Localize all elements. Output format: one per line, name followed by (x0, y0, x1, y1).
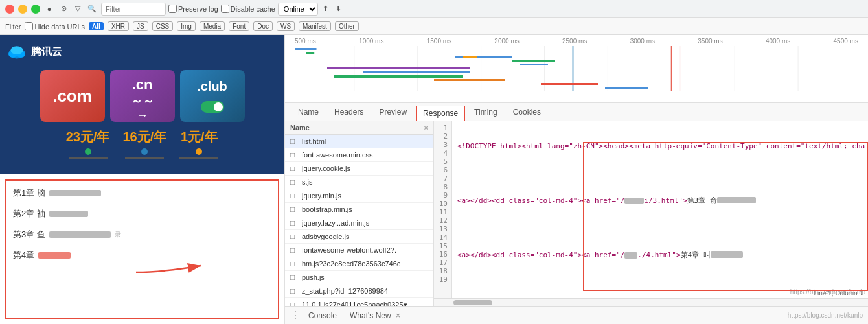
file-icon-z-stat: □ (290, 286, 299, 295)
font-tag[interactable]: Font (229, 21, 249, 31)
svg-rect-26 (434, 79, 505, 81)
price-line-club (179, 157, 218, 159)
file-item-s-js[interactable]: □ s.js (285, 176, 433, 189)
tab-headers[interactable]: Headers (328, 105, 370, 121)
tab-timing[interactable]: Timing (468, 105, 504, 121)
tick-1500: 1500 ms (427, 38, 451, 45)
code-line-4 (457, 222, 863, 233)
css-tag[interactable]: CSS (152, 21, 174, 31)
scroll-thumb[interactable] (453, 300, 492, 305)
circle-icon[interactable]: ● (44, 4, 54, 14)
ws-tag[interactable]: WS (277, 21, 295, 31)
maximize-button[interactable] (31, 5, 40, 14)
download-icon[interactable]: ⬇ (334, 4, 344, 14)
code-line-6 (457, 277, 863, 287)
upload-icon[interactable]: ⬆ (321, 4, 331, 14)
search-icon[interactable]: 🔍 (87, 4, 97, 14)
file-item-z-stat[interactable]: □ z_stat.php?id=1276089984 (285, 284, 433, 298)
all-tag[interactable]: All (89, 22, 104, 30)
disable-cache-label[interactable]: Disable cache (221, 5, 275, 13)
file-name-jquery-min: jquery.min.js (302, 192, 428, 200)
domain-card-com[interactable]: .com (40, 70, 105, 122)
filter-icon[interactable]: ▽ (73, 4, 83, 14)
minimize-button[interactable] (18, 5, 27, 14)
tab-preview[interactable]: Preview (372, 105, 413, 121)
chapter-title-3: 第3章 鱼 录 (13, 229, 271, 240)
price-club: 1元/年 (179, 128, 218, 159)
file-item-hm-js[interactable]: □ hm.js?3c2e8ecd78e3563c746c (285, 257, 433, 271)
resize-icon[interactable]: ⋮ (290, 309, 301, 321)
file-item-font-awesome[interactable]: □ font-awesome.min.css (285, 148, 433, 162)
line-numbers: 1 2 3 4 5 6 7 8 9 10 11 12 13 14 (434, 121, 452, 306)
tab-name[interactable]: Name (291, 105, 325, 121)
file-name-fontawesome-woff: fontawesome-webfont.woff2?. (302, 246, 428, 254)
file-item-push-js[interactable]: □ push.js (285, 271, 433, 284)
file-item-list-html[interactable]: □ list.html (285, 135, 433, 148)
file-item-adsbygoogle[interactable]: □ adsbygoogle.js (285, 230, 433, 244)
file-name-bootstrap: bootstrap.min.js (302, 205, 428, 213)
price-line-com (69, 157, 108, 159)
right-panel: 500 ms 1000 ms 1500 ms 2000 ms 2500 ms 3… (285, 35, 868, 324)
file-item-jquery-min[interactable]: □ jquery.min.js (285, 189, 433, 203)
file-name-11-js: 11.0.1.js?7e4011ce5baacb0325▾ (302, 301, 428, 307)
svg-rect-18 (512, 60, 555, 62)
media-tag[interactable]: Media (200, 21, 225, 31)
xhr-tag[interactable]: XHR (108, 21, 129, 31)
tab-response[interactable]: Response (416, 106, 465, 121)
domain-toggle[interactable] (201, 101, 224, 113)
filter-input[interactable] (101, 3, 166, 16)
svg-rect-15 (306, 52, 314, 54)
doc-tag[interactable]: Doc (253, 21, 273, 31)
whats-new-close[interactable]: × (396, 311, 400, 320)
tencent-logo: 腾讯云 (6, 41, 62, 62)
price-com: 23元/年 (66, 128, 110, 159)
blur-2 (49, 211, 88, 217)
whats-new-tab[interactable]: What's New × (345, 310, 405, 321)
svg-rect-17 (463, 56, 477, 58)
dot-blue (141, 148, 148, 155)
file-item-bootstrap[interactable]: □ bootstrap.min.js (285, 203, 433, 216)
domain-card-club[interactable]: .club (180, 70, 245, 122)
file-item-jquery-cookie[interactable]: □ jquery.cookie.js (285, 162, 433, 176)
stop-icon[interactable]: ⊘ (58, 4, 69, 14)
throttle-select[interactable]: Online (278, 3, 318, 16)
preserve-log-label[interactable]: Preserve log (168, 5, 218, 13)
chapter-title-1: 第1章 脑 (13, 187, 271, 199)
hide-data-urls-checkbox[interactable] (25, 22, 33, 30)
disable-cache-checkbox[interactable] (221, 5, 229, 13)
chapter-title-2: 第2章 袖 (13, 208, 271, 220)
preserve-log-text: Preserve log (178, 5, 218, 13)
js-tag[interactable]: JS (133, 21, 148, 31)
hide-data-urls-label[interactable]: Hide data URLs (25, 22, 85, 30)
preserve-log-checkbox[interactable] (168, 5, 177, 13)
tab-cookies[interactable]: Cookies (507, 105, 547, 121)
console-tab[interactable]: Console (303, 310, 342, 321)
price-cn: 16元/年 (123, 128, 167, 159)
file-item-11-js[interactable]: □ 11.0.1.js?7e4011ce5baacb0325▾ (285, 298, 433, 306)
file-icon-jquery-min: □ (290, 191, 299, 200)
filter-label: Filter (5, 23, 21, 30)
price-row: 23元/年 16元/年 1元/年 (6, 128, 278, 159)
timeline-chart (291, 46, 862, 91)
other-tag[interactable]: Other (335, 21, 359, 31)
domain-card-cn[interactable]: .cn ～～ → (110, 70, 175, 122)
disable-cache-text: Disable cache (231, 5, 275, 13)
file-name-list-html: list.html (302, 137, 428, 145)
file-item-fontawesome-woff[interactable]: □ fontawesome-webfont.woff2?. (285, 244, 433, 257)
file-icon-list-html: □ (290, 137, 299, 146)
svg-rect-24 (363, 71, 470, 73)
manifest-tag[interactable]: Manifest (299, 21, 331, 31)
svg-rect-28 (605, 87, 648, 89)
file-item-jquery-lazy[interactable]: □ jquery.lazy...ad.min.js (285, 216, 433, 230)
tencent-cloud-icon (6, 41, 27, 62)
tick-500: 500 ms (295, 38, 316, 45)
tick-4500: 4500 ms (834, 38, 858, 45)
horizontal-scrollbar[interactable] (434, 298, 868, 306)
img-tag[interactable]: Img (177, 21, 196, 31)
file-list-panel: Name × □ list.html □ font-awesome.min.cs… (285, 121, 434, 306)
chapter-item-4: 第4章 (13, 249, 271, 261)
close-button[interactable] (5, 5, 14, 14)
code-line-2 (457, 168, 863, 178)
response-content: 1 2 3 4 5 6 7 8 9 10 11 12 13 14 (434, 121, 868, 306)
file-icon-11-js: □ (290, 300, 299, 306)
